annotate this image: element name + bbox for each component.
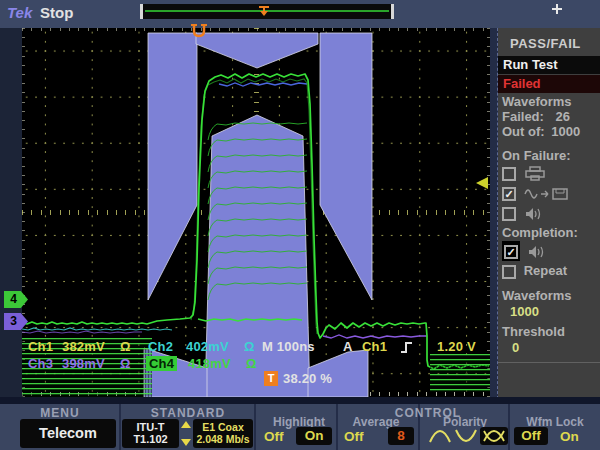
trigger-position-readout: 38.20 % <box>283 371 332 386</box>
pointer-cross-icon <box>552 4 562 14</box>
completion-beep-checkbox[interactable]: ✓ <box>504 245 518 259</box>
threshold-setting-label: Threshold <box>502 324 565 339</box>
ch1-readout-value: 382mV <box>62 339 105 354</box>
ch-blue-top-trace <box>219 83 307 86</box>
timebase-readout: M 100ns <box>262 339 315 354</box>
save-waveform-checkbox[interactable]: ✓ <box>502 187 516 201</box>
record-view-bar[interactable] <box>140 4 394 19</box>
highlight-off-option[interactable]: Off <box>264 429 284 444</box>
printer-icon <box>525 166 545 181</box>
knob-arrows-icon <box>181 421 191 446</box>
pass-fail-panel: PASS/FAIL Run Test Failed Waveforms Fail… <box>498 28 600 404</box>
acquisition-status: Stop <box>40 4 73 21</box>
out-of-line: Out of: 1000 <box>502 124 580 139</box>
completion-label: Completion: <box>502 225 578 240</box>
ch1-readout-unit: Ω <box>120 339 131 354</box>
highlight-on-option[interactable]: On <box>296 427 332 445</box>
ch2-baseline-trace <box>22 328 172 330</box>
waveforms-setting-label: Waveforms <box>502 288 572 303</box>
e1-coax-button[interactable]: E1 Coax 2.048 Mb/s <box>193 419 253 448</box>
failed-label: Failed: <box>502 109 544 124</box>
ch2-readout-label: Ch2 <box>148 339 173 354</box>
wfm-lock-off-option[interactable]: Off <box>514 427 548 445</box>
itut-standard-button[interactable]: ITU-T T1.102 <box>122 419 179 448</box>
trigger-marker-icon[interactable] <box>258 5 270 18</box>
right-noise-band <box>430 354 490 392</box>
repeat-checkbox[interactable] <box>502 265 516 279</box>
completion-beep-row[interactable]: ✓ <box>502 241 544 261</box>
waveforms-failed-line2: Failed: 26 <box>502 109 570 124</box>
on-failure-beep-row[interactable] <box>502 205 541 221</box>
on-failure-print-row[interactable] <box>502 165 545 181</box>
e1-line1: E1 Coax <box>193 419 253 433</box>
trigger-position-badge: T <box>264 371 278 386</box>
panel-gutter <box>490 28 498 404</box>
ch4-marker-label: 4 <box>10 292 17 306</box>
out-of-label: Out of: <box>502 124 545 139</box>
top-status-bar: Tek Stop <box>0 0 600 28</box>
ch3-right-baseline-trace <box>323 335 427 338</box>
repeat-label: Repeat <box>524 263 567 278</box>
test-status-failed: Failed <box>498 75 600 93</box>
ch4-readout-value: 418mV <box>188 356 231 371</box>
ch4-readout-unit: Ω <box>246 356 257 371</box>
tek-logo: Tek <box>7 4 32 21</box>
trigger-level-readout: 1.20 V <box>437 339 476 354</box>
itut-line1: ITU-T <box>122 419 179 433</box>
ch3-readout-label: Ch3 <box>28 356 53 371</box>
panel-title: PASS/FAIL <box>510 36 581 51</box>
polarity-both-icon <box>482 428 506 444</box>
average-off-option[interactable]: Off <box>344 429 364 444</box>
ch2-readout-unit: Ω <box>244 339 255 354</box>
trigger-level-arrow-icon[interactable] <box>476 177 488 189</box>
out-of-value: 1000 <box>551 124 580 139</box>
telecom-button[interactable]: Telecom <box>20 419 116 448</box>
pulse-mask-polygons <box>144 33 372 397</box>
e1-line2: 2.048 Mb/s <box>193 433 253 445</box>
trigger-source-readout: Ch1 <box>362 339 387 354</box>
itut-line2: T1.102 <box>122 433 179 445</box>
average-count-option[interactable]: 8 <box>388 427 414 445</box>
completion-beep-highlight[interactable]: ✓ <box>502 241 520 261</box>
oscilloscope-screen: Tek Stop <box>0 0 600 450</box>
bottom-separator <box>0 397 600 404</box>
record-right-bracket <box>391 4 394 19</box>
waveforms-failed-line1: Waveforms <box>502 94 572 109</box>
save-waveform-icon <box>524 187 570 201</box>
trigger-position-icon[interactable] <box>190 22 208 40</box>
standard-section-header: STANDARD <box>120 406 256 419</box>
panel-divider <box>498 362 600 363</box>
ch3-readout-unit: Ω <box>120 356 131 371</box>
threshold-setting-value[interactable]: 0 <box>512 340 519 355</box>
ch3-marker-label: 3 <box>10 314 17 328</box>
bottom-menu-bar: MENU STANDARD CONTROL Telecom ITU-T T1.1… <box>0 404 600 450</box>
on-failure-save-row[interactable]: ✓ <box>502 185 570 201</box>
run-test-button[interactable]: Run Test <box>498 56 600 74</box>
print-checkbox[interactable] <box>502 167 516 181</box>
on-failure-label: On Failure: <box>502 148 571 163</box>
record-left-bracket <box>140 4 143 19</box>
ch3-readout-value: 398mV <box>62 356 105 371</box>
repeat-row[interactable]: Repeat <box>502 263 567 279</box>
failed-count: 26 <box>556 109 570 124</box>
ch1-readout-label: Ch1 <box>28 339 53 354</box>
polarity-positive-icon[interactable] <box>428 428 452 444</box>
waveforms-setting-value[interactable]: 1000 <box>510 304 539 319</box>
rising-edge-icon <box>400 341 414 354</box>
trigger-mode-readout: A <box>343 339 353 354</box>
speaker-icon <box>525 207 541 221</box>
wfm-lock-on-option[interactable]: On <box>560 429 579 444</box>
menu-section-header: MENU <box>0 406 120 419</box>
polarity-both-option[interactable] <box>480 427 508 445</box>
ch3-left-baseline-trace <box>22 331 142 333</box>
beep-checkbox[interactable] <box>502 207 516 221</box>
ch4-readout-label: Ch4 <box>146 356 177 371</box>
ch2-readout-value: 402mV <box>186 339 229 354</box>
speaker-icon <box>528 245 544 259</box>
polarity-negative-icon[interactable] <box>454 428 478 444</box>
